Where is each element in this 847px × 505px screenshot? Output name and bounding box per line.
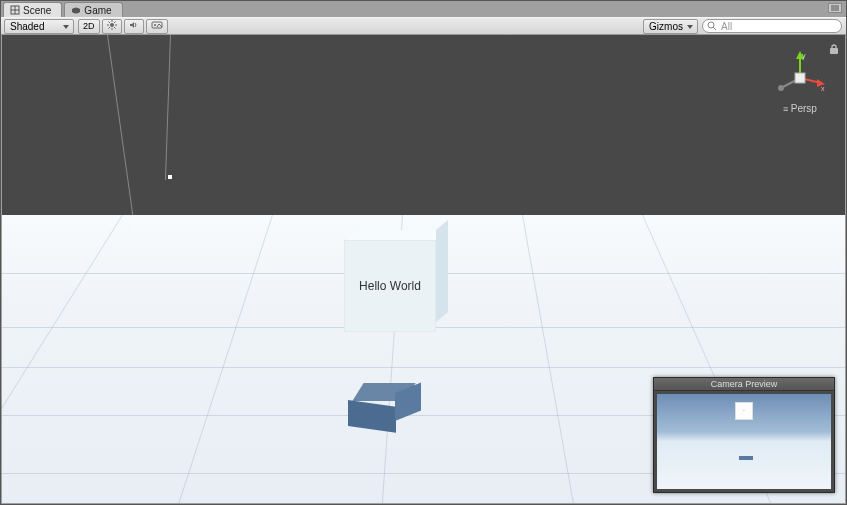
game-icon — [71, 5, 81, 15]
search-input[interactable]: All — [702, 19, 842, 33]
tab-menu-button[interactable] — [828, 3, 842, 13]
scene-viewport[interactable]: Hello World y x ≡ Persp Camera Preview ·… — [2, 35, 845, 503]
gizmos-dropdown[interactable]: Gizmos — [643, 19, 698, 34]
lighting-toggle-button[interactable] — [102, 19, 122, 34]
audio-toggle-button[interactable] — [124, 19, 144, 34]
fx-icon — [151, 21, 163, 31]
gizmos-label: Gizmos — [649, 21, 683, 32]
scene-icon — [10, 5, 20, 15]
scene-cube[interactable]: Hello World — [344, 230, 448, 334]
light-icon — [107, 20, 117, 32]
camera-preview-view: ··· — [657, 394, 831, 489]
axis-x-label: x — [821, 85, 825, 92]
tab-scene[interactable]: Scene — [3, 2, 62, 17]
2d-toggle-label: 2D — [83, 21, 95, 31]
tab-scene-label: Scene — [23, 5, 51, 16]
svg-line-11 — [108, 22, 110, 24]
svg-rect-26 — [830, 48, 838, 54]
cube-side-face — [436, 220, 448, 322]
tab-bar: Scene Game — [1, 1, 846, 17]
scene-toolbar: Shaded 2D Gizmos All — [1, 17, 846, 35]
svg-line-13 — [108, 27, 110, 29]
tab-game[interactable]: Game — [64, 2, 122, 17]
camera-preview-panel[interactable]: Camera Preview ··· — [653, 377, 835, 493]
svg-point-24 — [778, 85, 784, 91]
search-icon — [707, 21, 717, 33]
svg-point-6 — [110, 23, 114, 27]
svg-line-18 — [713, 27, 716, 30]
camera-gizmo-handle[interactable] — [168, 175, 172, 179]
shading-mode-dropdown[interactable]: Shaded — [4, 19, 74, 34]
lock-icon[interactable] — [829, 43, 839, 55]
projection-toggle[interactable]: ≡ Persp — [771, 103, 829, 114]
svg-rect-25 — [795, 73, 805, 83]
2d-toggle-button[interactable]: 2D — [78, 19, 100, 34]
camera-preview-shadow — [739, 456, 753, 460]
camera-preview-cube: ··· — [735, 402, 753, 420]
audio-icon — [129, 20, 139, 32]
shading-mode-value: Shaded — [10, 21, 44, 32]
projection-label: Persp — [791, 103, 817, 114]
search-placeholder: All — [721, 21, 732, 32]
cube-front-face: Hello World — [344, 240, 436, 332]
svg-line-12 — [114, 27, 116, 29]
tab-game-label: Game — [84, 5, 111, 16]
camera-preview-title: Camera Preview — [654, 378, 834, 391]
scene-shadow-cube[interactable] — [348, 383, 422, 427]
fx-toggle-button[interactable] — [146, 19, 168, 34]
orientation-gizmo[interactable]: y x — [771, 49, 829, 107]
axis-y-label: y — [802, 52, 806, 60]
cube-text: Hello World — [359, 279, 421, 293]
svg-point-16 — [154, 24, 156, 26]
svg-line-14 — [114, 22, 116, 24]
